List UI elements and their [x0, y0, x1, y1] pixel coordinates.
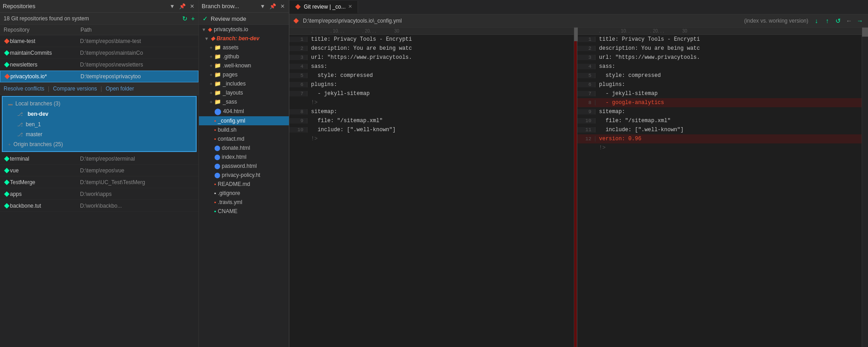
file-name: _includes — [223, 81, 246, 87]
tree-item-404[interactable]: ⬤ 404.html — [199, 106, 289, 116]
tree-item-layouts[interactable]: + 📁 _layouts — [199, 88, 289, 97]
line-content: file: "/sitemap.xml" — [307, 118, 382, 124]
scrollbar-thumb[interactable] — [862, 28, 868, 37]
branch-name: ben_1 — [26, 121, 41, 128]
spacer — [210, 209, 212, 214]
file-red-icon: ▪ — [214, 118, 216, 124]
nav-up-icon[interactable]: ↑ — [823, 16, 832, 25]
svg-marker-8 — [4, 203, 9, 209]
tab-close-button[interactable]: ✕ — [348, 4, 352, 10]
diff-file-path: D:\temp\repos\privacytools.io\_config.ym… — [303, 18, 741, 24]
diff-line: !> — [289, 134, 574, 143]
svg-marker-2 — [4, 62, 9, 67]
diff-scroll-indicator — [574, 28, 577, 347]
repo-item[interactable]: apps D:\work\apps — [0, 188, 198, 200]
diamond-icon — [4, 73, 10, 80]
branch-item-ben-dev[interactable]: ⎇ ben-dev — [5, 109, 194, 119]
repo-item-active[interactable]: privacytools.io* D:\temp\repos\privacyto… — [0, 71, 198, 82]
diff-line: 5 style: compressed — [289, 71, 574, 80]
review-mode-label: Review mode — [211, 15, 246, 22]
tree-item-gitignore[interactable]: ▪ .gitignore — [199, 189, 289, 198]
nav-left-icon[interactable]: ← — [844, 16, 854, 25]
compare-versions-link[interactable]: Compare versions — [53, 86, 97, 92]
spacer — [210, 109, 212, 114]
open-folder-link[interactable]: Open folder — [106, 86, 134, 92]
diff-scrollbar-thumb[interactable] — [574, 28, 578, 41]
nav-refresh-icon[interactable]: ↺ — [834, 16, 843, 25]
tree-item-github[interactable]: + 📁 .github — [199, 52, 289, 61]
tree-item-assets[interactable]: + 📁 assets — [199, 43, 289, 52]
diff-outer-scrollbar[interactable] — [862, 28, 868, 347]
tree-item-index-html[interactable]: ⬤ index.html — [199, 152, 289, 162]
svg-marker-1 — [4, 50, 9, 56]
svg-marker-7 — [4, 191, 9, 197]
local-branches-header[interactable]: ▬ Local branches (3) — [5, 99, 194, 109]
tree-item-contact-md[interactable]: ▪ contact.md — [199, 134, 289, 143]
branch-item-master[interactable]: ⎇ master — [5, 129, 194, 139]
repo-name: TestMerge — [10, 179, 80, 185]
diff-line: 8 sitemap: — [289, 107, 574, 116]
diff-line: 5 style: compressed — [577, 71, 862, 80]
line-content-added: - google-analytics — [595, 100, 664, 106]
review-mode-bar: ✓ Review mode — [199, 13, 289, 25]
close-icon[interactable]: ✕ — [279, 3, 286, 10]
branch-item-ben-1[interactable]: ⎇ ben_1 — [5, 119, 194, 129]
chrome-icon: ⬤ — [214, 108, 222, 115]
add-repo-icon[interactable]: + — [191, 15, 195, 22]
nav-down-icon[interactable]: ↓ — [812, 16, 821, 25]
tree-item-privacy-policy[interactable]: ⬤ privacy-policy.ht — [199, 171, 289, 180]
file-name: .travis.yml — [218, 199, 242, 205]
file-name: 404.html — [223, 108, 244, 114]
pin-icon[interactable]: 📌 — [179, 3, 186, 10]
diamond-icon — [4, 191, 10, 197]
pin-icon[interactable]: 📌 — [269, 3, 276, 10]
diff-lines-left: 1 title: Privacy Tools - Encrypti 2 desc… — [289, 35, 574, 347]
tree-item-build-sh[interactable]: ▪ build.sh — [199, 125, 289, 134]
repo-item[interactable]: blame-test D:\temp\repos\blame-test — [0, 35, 198, 47]
repo-list: blame-test D:\temp\repos\blame-test main… — [0, 35, 198, 347]
line-num: 6 — [289, 82, 307, 87]
expand-icon: ▬ — [8, 101, 13, 106]
svg-marker-4 — [4, 156, 9, 162]
resolve-conflicts-link[interactable]: Resolve conflicts — [4, 86, 44, 92]
diff-line: 7 - jekyll-sitemap — [289, 89, 574, 98]
repo-item[interactable]: terminal D:\temp\repos\terminal — [0, 153, 198, 165]
tree-item-cname[interactable]: ▪ CNAME — [199, 207, 289, 216]
repo-path: D:\temp\repos\privacytoo — [80, 73, 194, 80]
line-num: 5 — [289, 73, 307, 78]
repo-item[interactable]: newsletters D:\temp\repos\newsletters — [0, 59, 198, 71]
origin-branches-header[interactable]: + Origin branches (25) — [5, 139, 194, 149]
tree-item-password-html[interactable]: ⬤ password.html — [199, 162, 289, 171]
tree-item-pages[interactable]: + 📁 pages — [199, 70, 289, 79]
tree-repo-root[interactable]: ▼ ◆ privacytools.io — [199, 25, 289, 34]
tree-item-wellknown[interactable]: + 📁 .well-known — [199, 61, 289, 70]
tree-item-sass[interactable]: + 📁 _sass — [199, 97, 289, 106]
repo-name: blame-test — [10, 38, 80, 44]
close-icon[interactable]: ✕ — [189, 3, 196, 10]
tree-item-config-yml[interactable]: ▪ _config.yml — [199, 116, 289, 125]
expand-icon: + — [210, 45, 212, 50]
tree-item-includes[interactable]: + 📁 _includes — [199, 79, 289, 88]
line-num: 3 — [577, 55, 595, 60]
chrome-icon: ⬤ — [214, 154, 220, 160]
branch-browser-header: Branch brow... ▼ 📌 ✕ — [199, 0, 289, 13]
repo-item[interactable]: TestMerge D:\temp\UC_Test\TestMerg — [0, 176, 198, 188]
tree-branch-label[interactable]: ▼ ◆ Branch: ben-dev — [199, 34, 289, 43]
tree-item-travis-yml[interactable]: ▪ .travis.yml — [199, 198, 289, 207]
dropdown-icon[interactable]: ▼ — [259, 3, 266, 10]
tree-item-donate-html[interactable]: ⬤ donate.html — [199, 143, 289, 152]
dropdown-icon[interactable]: ▼ — [169, 3, 176, 10]
refresh-icon[interactable]: ↻ — [182, 15, 188, 22]
spacer — [210, 191, 212, 196]
diff-tab-git-review[interactable]: Git review | _co... ✕ — [289, 1, 358, 14]
line-content: - jekyll-sitemap — [307, 90, 370, 97]
line-num: 8 — [577, 100, 595, 105]
repo-item[interactable]: vue D:\temp\repos\vue — [0, 165, 198, 176]
line-num: 7 — [289, 91, 307, 96]
tree-item-readme-md[interactable]: ▪ README.md — [199, 180, 289, 189]
repo-item[interactable]: backbone.tut D:\work\backbo... — [0, 200, 198, 212]
nav-right-icon[interactable]: → — [855, 16, 864, 25]
repo-name: backbone.tut — [10, 203, 80, 209]
repo-item[interactable]: maintainCommits D:\temp\repos\maintainCo — [0, 47, 198, 59]
file-green-icon: ▪ — [214, 208, 216, 214]
